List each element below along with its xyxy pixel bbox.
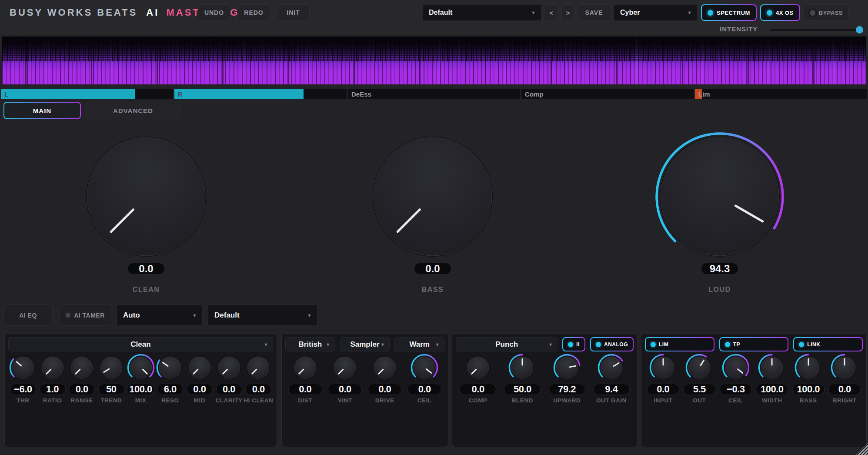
knob-label: BLEND	[500, 397, 544, 404]
toggle-ii[interactable]: II	[562, 337, 585, 351]
clean-dropdown[interactable]: Clean ▼	[8, 337, 273, 351]
knob-value[interactable]: 0.0	[647, 384, 679, 395]
auto-dropdown[interactable]: Auto ▼	[117, 304, 203, 326]
knob-value[interactable]: 94.3	[701, 263, 738, 274]
meter-label: DeEss	[351, 90, 371, 98]
panel-punch-knobs: 0.0 COMP 50.0 BLEND 79.2 UPWARD 9.4 OUT …	[456, 353, 634, 404]
toggle-analog[interactable]: ANALOG	[590, 337, 634, 351]
toggle-dot-icon	[66, 313, 70, 318]
toggle-lim[interactable]: LIM	[645, 337, 714, 351]
knob-value[interactable]: 0.0	[368, 384, 402, 395]
knob-value[interactable]: 50	[98, 384, 124, 395]
knob-dial[interactable]	[38, 353, 67, 382]
british-dropdown[interactable]: British ▼	[285, 337, 335, 351]
knob-dial[interactable]	[185, 353, 214, 382]
dropdown-value: Clean	[130, 340, 150, 349]
style-dropdown[interactable]: Cyber ▼	[614, 4, 698, 21]
knob-dial[interactable]	[8, 353, 38, 382]
knob-dial[interactable]	[67, 353, 97, 382]
knob-dial[interactable]	[126, 353, 156, 382]
undo-button[interactable]: UNDO	[198, 4, 230, 21]
knob-dial[interactable]	[155, 353, 185, 382]
knob-value[interactable]: 0.0	[187, 384, 213, 395]
knob-dial[interactable]	[545, 353, 589, 382]
preset-next-button[interactable]: >	[561, 4, 574, 21]
knob-value[interactable]: 100.0	[792, 384, 825, 395]
knob-dial[interactable]	[214, 353, 244, 382]
toggle-link[interactable]: LINK	[793, 337, 863, 351]
knob-value[interactable]: 0.0	[407, 384, 441, 395]
knob-dial[interactable]	[718, 353, 754, 382]
tab-advanced[interactable]: ADVANCED	[86, 102, 180, 119]
save-button[interactable]: SAVE	[578, 4, 610, 21]
knob-dial[interactable]	[97, 353, 126, 382]
spectrum-analyzer-display	[2, 37, 866, 84]
knob-value[interactable]: 100.0	[127, 384, 154, 395]
toggle-bypass[interactable]: BYPASS	[804, 4, 849, 21]
knob-dial[interactable]	[285, 353, 325, 382]
intensity-slider-thumb[interactable]	[856, 26, 863, 33]
knob-value[interactable]: 0.0	[414, 263, 451, 274]
knob-label: INPUT	[645, 397, 681, 404]
knob-value[interactable]: 0.0	[127, 263, 165, 274]
knob-label: THR	[8, 397, 38, 404]
knob-value[interactable]: 9.4	[593, 384, 630, 395]
knob-value[interactable]: −6.0	[10, 384, 36, 395]
sampler-dropdown[interactable]: Sampler ▼	[340, 337, 390, 351]
toggle-label: 4X OS	[776, 10, 794, 16]
ai-tamer-toggle[interactable]: AI TAMER	[59, 304, 111, 326]
warm-dropdown[interactable]: Warm ▼	[394, 337, 444, 351]
knob-value[interactable]: 79.2	[549, 384, 585, 395]
knob-value[interactable]: 0.0	[328, 384, 362, 395]
meter-deess: DeEss	[348, 89, 520, 99]
knob-value[interactable]: 6.0	[157, 384, 183, 395]
knob-dial[interactable]	[456, 353, 500, 382]
preset-dropdown[interactable]: Default ▼	[422, 4, 541, 21]
ai-preset-dropdown[interactable]: Default ▼	[208, 304, 317, 326]
knob-value[interactable]: 50.0	[504, 384, 541, 395]
knob-dial[interactable]	[500, 353, 544, 382]
redo-button[interactable]: REDO	[237, 4, 270, 21]
knob-label: BASS	[790, 397, 827, 404]
knob-value[interactable]: 0.0	[245, 384, 271, 395]
toggle-tp[interactable]: TP	[719, 337, 789, 351]
toggle-4x-os[interactable]: 4X OS	[760, 4, 800, 21]
knob-value[interactable]: 0.0	[828, 384, 861, 395]
knob-value[interactable]: −0.3	[720, 384, 752, 395]
knob-dial[interactable]	[365, 353, 405, 382]
knob-dial[interactable]	[681, 353, 718, 382]
knob-label: TREND	[97, 397, 126, 404]
knob-value[interactable]: 0.0	[460, 384, 496, 395]
knob-value[interactable]: 5.5	[683, 384, 715, 395]
knob-label: OUT GAIN	[589, 397, 634, 404]
knob-dial[interactable]	[589, 353, 634, 382]
knob-dial[interactable]	[754, 353, 791, 382]
knob-dial[interactable]	[827, 353, 863, 382]
init-button[interactable]: INIT	[277, 4, 310, 21]
knob-dial[interactable]	[654, 130, 786, 263]
panel-limiter-knobs: 0.0 INPUT 5.5 OUT −0.3 CEIL 100.0 WIDTH …	[645, 353, 863, 404]
knob-dial[interactable]	[80, 130, 212, 263]
knob-dial[interactable]	[367, 130, 499, 263]
knob-dial[interactable]	[790, 353, 827, 382]
tab-main[interactable]: MAIN	[3, 102, 81, 119]
knob-value[interactable]: 0.0	[216, 384, 242, 395]
dropdown-value: Sampler	[350, 340, 379, 349]
knob-dial[interactable]	[645, 353, 681, 382]
knob-dial[interactable]	[244, 353, 273, 382]
chevron-down-icon: ▼	[307, 313, 312, 318]
knob-dial[interactable]	[405, 353, 445, 382]
preset-prev-button[interactable]: <	[545, 4, 558, 21]
knob-label: OUT	[681, 397, 718, 404]
knob-value[interactable]: 0.0	[69, 384, 95, 395]
ai-eq-button[interactable]: AI EQ	[3, 304, 53, 326]
knob-value[interactable]: 0.0	[288, 384, 322, 395]
knob-dial[interactable]	[325, 353, 365, 382]
chevron-down-icon: ▼	[380, 342, 385, 347]
punch-dropdown[interactable]: Punch ▼	[456, 337, 558, 351]
toggle-spectrum[interactable]: SPECTRUM	[701, 4, 757, 21]
knob-value[interactable]: 100.0	[756, 384, 788, 395]
knob-bass: 100.0 BASS	[790, 353, 827, 404]
intensity-slider[interactable]	[770, 29, 862, 31]
knob-value[interactable]: 1.0	[40, 384, 66, 395]
